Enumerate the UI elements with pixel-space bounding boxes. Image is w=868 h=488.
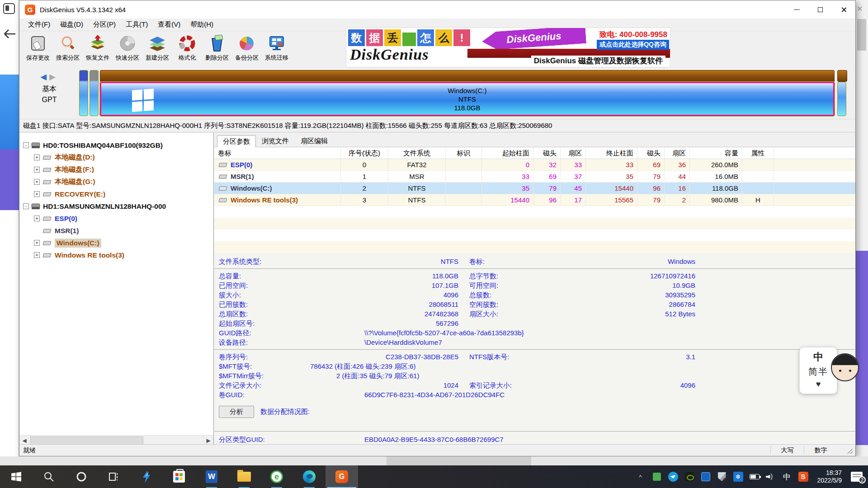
disk-tree-panel: - HD0:TOSHIBAMQ04ABF100(932GB) + 本地磁盘(D:… — [19, 133, 214, 445]
notification-center-icon[interactable]: 2 — [851, 472, 863, 482]
tray-messenger-icon[interactable] — [668, 472, 678, 482]
menu-help[interactable]: 帮助(H) — [186, 19, 217, 30]
volume-icon[interactable] — [766, 472, 776, 482]
backup-partition-button[interactable]: 备份分区 — [232, 34, 262, 66]
tray-green-app-icon[interactable] — [652, 472, 662, 482]
expand-icon[interactable]: + — [34, 216, 40, 221]
menu-disk[interactable]: 磁盘(D) — [56, 19, 87, 30]
tree-item-hd1[interactable]: - HD1:SAMSUNGMZNLN128HAHQ-000 — [19, 200, 213, 212]
search-button[interactable] — [33, 465, 65, 488]
background-close-icon[interactable]: ✕ — [857, 5, 863, 13]
expand-icon[interactable]: + — [34, 240, 40, 246]
tree-item-local-g[interactable]: + 本地磁盘(G:) — [19, 176, 213, 188]
ime-floating-widget[interactable]: 中 简半 ♥ — [799, 347, 867, 397]
partition-type-guid-row: 分区类型GUID: EBD0A0A2-B9E5-4433-87C0-68B6B7… — [214, 435, 855, 443]
ad-tiles: 数 据 丢 怎 么 ! — [348, 29, 470, 46]
table-row-esp[interactable]: ESP(0) 0 FAT32 0 32 33 33 69 36 260.0MB — [214, 159, 855, 171]
defender-icon[interactable]: ✕ — [717, 472, 727, 482]
word-button[interactable]: W — [195, 465, 228, 488]
resize-grip[interactable] — [837, 445, 855, 456]
delete-partition-button[interactable]: 删除分区 — [202, 34, 232, 66]
close-button[interactable] — [832, 0, 855, 19]
tab-bar: 分区参数 浏览文件 扇区编辑 — [214, 133, 855, 147]
scrollbar-thumb[interactable] — [30, 436, 143, 445]
close-icon — [841, 7, 847, 13]
minimize-button[interactable] — [785, 0, 808, 19]
analyze-button[interactable]: 分析 — [219, 406, 254, 418]
expand-icon[interactable]: + — [34, 167, 40, 173]
tree-item-msr[interactable]: MSR(1) — [19, 225, 213, 237]
cortana-button[interactable] — [65, 465, 98, 488]
task-view-button[interactable] — [98, 465, 130, 488]
menu-view[interactable]: 查看(V) — [154, 19, 184, 30]
battery-icon[interactable] — [750, 472, 760, 482]
save-changes-button[interactable]: 保存更改 — [23, 34, 53, 66]
expand-icon[interactable]: + — [34, 155, 40, 160]
collapse-icon[interactable]: - — [23, 203, 29, 209]
quick-partition-button[interactable]: 快速分区 — [113, 34, 142, 66]
tab-partition-params[interactable]: 分区参数 — [217, 135, 256, 147]
scroll-right-arrow[interactable]: ▶ — [203, 436, 213, 445]
tree-item-local-d[interactable]: + 本地磁盘(D:) — [19, 151, 213, 164]
disk-band — [100, 70, 835, 82]
table-row-windows-c-selected[interactable]: Windows(C:) 2 NTFS 35 79 45 15440 96 16 … — [214, 183, 855, 194]
partition-icon — [42, 253, 52, 258]
partition-block-windows-c[interactable]: Windows(C:) NTFS 118.0GB — [100, 82, 835, 116]
ad-tile: 怎 — [417, 29, 434, 46]
hidden-icons-chevron[interactable]: ^ — [636, 472, 646, 482]
partition-icon — [218, 162, 228, 168]
tab-icon[interactable] — [3, 3, 15, 14]
edge-button[interactable] — [293, 465, 326, 488]
background-scrollbar-thumb[interactable] — [857, 19, 866, 51]
tab-browse-files[interactable]: 浏览文件 — [256, 135, 295, 147]
expand-icon[interactable]: + — [34, 179, 40, 185]
new-partition-button[interactable]: 新建分区 — [142, 34, 172, 66]
menu-partition[interactable]: 分区(P) — [89, 19, 120, 30]
app-flash-button[interactable] — [130, 465, 163, 488]
search-partition-button[interactable]: 搜索分区 — [53, 34, 83, 66]
diskgenius-taskbar-button[interactable]: G — [326, 465, 358, 488]
microsoft-store-button[interactable] — [163, 465, 195, 488]
start-button[interactable] — [0, 465, 33, 488]
menu-file[interactable]: 文件(F) — [24, 19, 54, 30]
disk-type-label: 基本 GPT — [19, 84, 79, 105]
back-arrow-icon[interactable] — [3, 28, 16, 40]
nvidia-icon[interactable] — [684, 472, 694, 482]
menu-tools[interactable]: 工具(T) — [122, 19, 152, 30]
tree-item-windows-re[interactable]: + Windows RE tools(3) — [19, 249, 213, 261]
file-explorer-button[interactable] — [228, 465, 260, 488]
ad-qq-link[interactable]: 或点击此处选择QQ咨询 — [597, 40, 669, 50]
partition-block-msr[interactable] — [90, 70, 99, 116]
tree-item-recovery-e[interactable]: + RECOVERY(E:) — [19, 188, 213, 200]
snowflake-app-icon[interactable]: ❄ — [733, 472, 743, 482]
tree-horizontal-scrollbar[interactable]: ◀ ▶ — [19, 435, 213, 445]
table-row-msr[interactable]: MSR(1) 1 MSR 33 69 37 35 79 44 16.0MB — [214, 171, 855, 183]
partition-icon — [42, 155, 52, 160]
maximize-button[interactable] — [808, 0, 832, 19]
ad-banner[interactable]: 数 据 丢 怎 么 ! DiskGenius DiskGenius 致电: 40… — [346, 28, 670, 67]
intel-graphics-icon[interactable] — [701, 472, 711, 482]
ad-tagline: DiskGenius 磁盘管理及数据恢复软件 — [531, 56, 665, 66]
expand-icon[interactable]: + — [34, 191, 40, 197]
tree-item-hd0[interactable]: - HD0:TOSHIBAMQ04ABF100(932GB) — [19, 139, 213, 151]
ime-indicator[interactable]: 中 — [782, 472, 792, 482]
expand-icon[interactable]: + — [34, 252, 40, 258]
tab-sector-edit[interactable]: 扇区编辑 — [295, 135, 334, 147]
scroll-left-arrow[interactable]: ◀ — [19, 436, 29, 445]
tree-item-local-f[interactable]: + 本地磁盘(F:) — [19, 164, 213, 176]
collapse-icon[interactable]: - — [23, 142, 29, 148]
tree-item-windows-c[interactable]: + Windows(C:) — [19, 237, 213, 249]
prev-disk-arrow[interactable]: ◀ — [40, 72, 49, 81]
next-disk-arrow[interactable]: ▶ — [49, 72, 58, 81]
sogou-icon[interactable]: S — [798, 472, 808, 482]
recover-files-button[interactable]: 恢复文件 — [83, 34, 113, 66]
tree-item-esp[interactable]: + ESP(0) — [19, 212, 213, 225]
taskbar-clock[interactable]: 18:37 2022/5/9 — [815, 469, 845, 484]
table-row-windows-re[interactable]: Windows RE tools(3) 3 NTFS 15440 96 17 1… — [214, 194, 855, 206]
system-migration-button[interactable]: 系统迁移 — [262, 34, 292, 66]
ie-browser-button[interactable]: e — [260, 465, 293, 488]
partition-block-esp[interactable] — [79, 70, 88, 116]
partition-block-re-tools[interactable] — [837, 82, 846, 116]
cortana-icon — [76, 471, 87, 482]
format-button[interactable]: 格式化 — [172, 34, 202, 66]
